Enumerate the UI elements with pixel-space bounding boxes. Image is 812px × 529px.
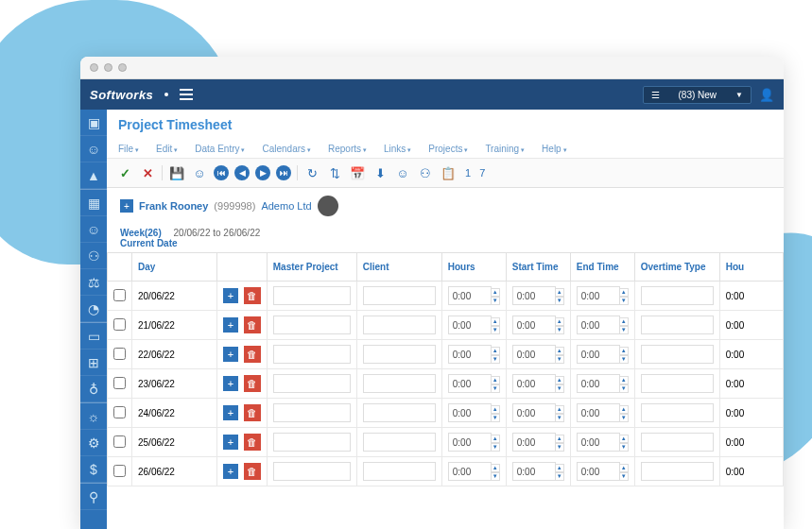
nav-last-icon[interactable]: ⏭	[276, 165, 291, 180]
toolbar-num-7[interactable]: 7	[479, 167, 485, 179]
menu-projects[interactable]: Projects	[428, 144, 468, 154]
nav-prev-icon[interactable]: ◀	[234, 165, 250, 180]
tool-icon-3[interactable]: 📅	[349, 164, 366, 181]
menu-help[interactable]: Help	[542, 144, 567, 154]
end-time-input[interactable]: 0:00	[577, 403, 620, 422]
row-checkbox[interactable]	[113, 318, 126, 331]
sidebar-date-icon[interactable]: ▦	[80, 190, 107, 216]
spin-up-icon[interactable]: ▲	[491, 464, 500, 472]
sidebar-person-icon[interactable]: ▲	[80, 162, 107, 189]
start-time-input[interactable]: 0:00	[512, 403, 556, 422]
hours-input[interactable]: 0:00	[448, 462, 492, 481]
tool-icon-7[interactable]: 📋	[440, 164, 457, 181]
spin-down-icon[interactable]: ▼	[619, 443, 629, 452]
nav-first-icon[interactable]: ⏮	[214, 165, 229, 180]
window-dot[interactable]	[104, 63, 112, 72]
sidebar-money-icon[interactable]: $	[80, 456, 107, 483]
menu-calendars[interactable]: Calendars	[262, 144, 311, 154]
spin-up-icon[interactable]: ▲	[555, 317, 564, 326]
client-input[interactable]	[363, 433, 436, 452]
spin-up-icon[interactable]: ▲	[619, 405, 629, 414]
spin-down-icon[interactable]: ▼	[619, 326, 629, 334]
spin-up-icon[interactable]: ▲	[619, 347, 629, 355]
hours-input[interactable]: 0:00	[448, 286, 492, 305]
sidebar-settings-icon[interactable]: ⚙	[80, 430, 107, 456]
spin-up-icon[interactable]: ▲	[619, 376, 629, 384]
spin-up-icon[interactable]: ▲	[491, 288, 500, 297]
status-dropdown[interactable]: ☰ (83) New ▼	[643, 86, 752, 104]
menu-training[interactable]: Training	[485, 144, 525, 154]
spin-up-icon[interactable]: ▲	[555, 435, 564, 443]
end-time-input[interactable]: 0:00	[577, 462, 620, 481]
overtime-input[interactable]	[641, 374, 714, 393]
spin-up-icon[interactable]: ▲	[491, 435, 500, 443]
start-time-input[interactable]: 0:00	[512, 433, 556, 452]
delete-row-button[interactable]: 🗑	[244, 434, 261, 451]
overtime-input[interactable]	[641, 433, 714, 452]
spin-down-icon[interactable]: ▼	[555, 355, 564, 364]
sidebar-report-icon[interactable]: ⊞	[80, 350, 107, 376]
hours-input[interactable]: 0:00	[448, 403, 492, 422]
hours-input[interactable]: 0:00	[448, 345, 492, 364]
spin-up-icon[interactable]: ▲	[491, 317, 500, 326]
add-row-button[interactable]: +	[223, 317, 238, 333]
row-checkbox[interactable]	[113, 289, 126, 301]
spin-up-icon[interactable]: ▲	[619, 317, 629, 326]
overtime-input[interactable]	[641, 403, 714, 422]
add-row-button[interactable]: +	[223, 288, 238, 303]
spin-down-icon[interactable]: ▼	[555, 384, 564, 393]
add-row-button[interactable]: +	[223, 405, 238, 420]
window-dot[interactable]	[90, 63, 98, 72]
overtime-input[interactable]	[641, 286, 714, 305]
spin-down-icon[interactable]: ▼	[619, 414, 629, 422]
delete-row-button[interactable]: 🗑	[244, 375, 261, 392]
spin-down-icon[interactable]: ▼	[555, 414, 564, 422]
sidebar-clock-icon[interactable]: ◔	[80, 296, 107, 322]
sidebar-group-icon[interactable]: ⚇	[80, 243, 107, 269]
client-input[interactable]	[363, 345, 436, 364]
spin-down-icon[interactable]: ▼	[555, 443, 564, 452]
end-time-input[interactable]: 0:00	[577, 374, 620, 393]
spin-up-icon[interactable]: ▲	[555, 288, 564, 297]
spin-up-icon[interactable]: ▲	[491, 405, 500, 414]
client-input[interactable]	[363, 374, 436, 393]
spin-down-icon[interactable]: ▼	[619, 472, 629, 481]
hours-input[interactable]: 0:00	[448, 433, 492, 452]
add-row-button[interactable]: +	[223, 435, 238, 450]
menu-edit[interactable]: Edit	[156, 144, 178, 154]
tool-icon-6[interactable]: ⚇	[417, 164, 434, 181]
master-project-input[interactable]	[273, 286, 351, 305]
sidebar-balance-icon[interactable]: ⚖	[80, 269, 107, 296]
tool-icon-4[interactable]: ⬇	[371, 164, 389, 181]
spin-down-icon[interactable]: ▼	[555, 472, 564, 481]
spin-up-icon[interactable]: ▲	[619, 435, 629, 443]
spin-up-icon[interactable]: ▲	[555, 405, 564, 414]
delete-row-button[interactable]: 🗑	[244, 287, 261, 304]
sidebar-key-icon[interactable]: ♁	[80, 376, 107, 402]
end-time-input[interactable]: 0:00	[577, 345, 620, 364]
row-checkbox[interactable]	[113, 435, 126, 448]
expand-button[interactable]: +	[120, 199, 133, 213]
menu-toggle-icon[interactable]	[180, 89, 193, 100]
nav-next-icon[interactable]: ▶	[255, 165, 270, 180]
sidebar-calendar-icon[interactable]: ▣	[80, 110, 107, 136]
hours-input[interactable]: 0:00	[448, 316, 492, 334]
spin-down-icon[interactable]: ▼	[491, 384, 500, 393]
menu-links[interactable]: Links	[384, 144, 411, 154]
row-checkbox[interactable]	[113, 406, 126, 418]
menu-data-entry[interactable]: Data Entry	[195, 144, 245, 154]
client-input[interactable]	[363, 286, 436, 305]
sidebar-user-icon[interactable]: ☺	[80, 136, 107, 162]
spin-up-icon[interactable]: ▲	[619, 464, 629, 472]
start-time-input[interactable]: 0:00	[512, 462, 556, 481]
menu-reports[interactable]: Reports	[328, 144, 367, 154]
client-input[interactable]	[363, 462, 436, 481]
overtime-input[interactable]	[641, 316, 714, 334]
start-time-input[interactable]: 0:00	[512, 345, 556, 364]
menu-file[interactable]: File	[118, 144, 139, 154]
client-input[interactable]	[363, 316, 436, 334]
overtime-input[interactable]	[641, 462, 714, 481]
spin-up-icon[interactable]: ▲	[555, 376, 564, 384]
client-input[interactable]	[363, 403, 436, 422]
end-time-input[interactable]: 0:00	[577, 433, 620, 452]
